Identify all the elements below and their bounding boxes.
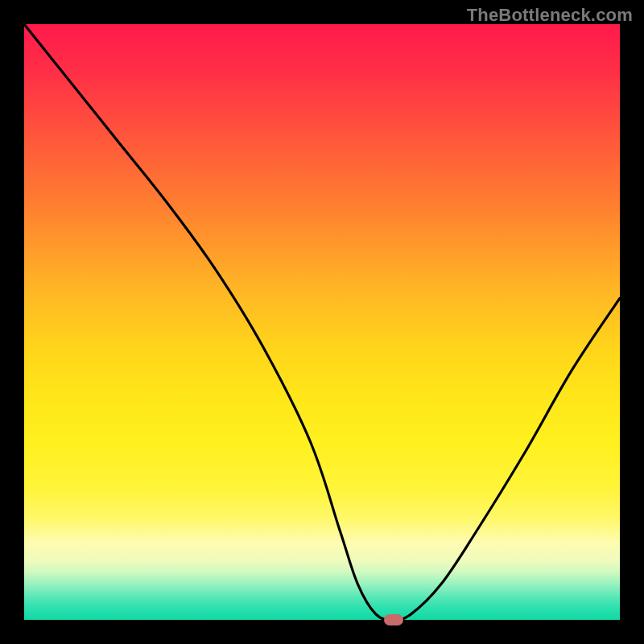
minimum-marker xyxy=(384,614,403,625)
chart-frame: TheBottleneck.com xyxy=(0,0,644,644)
plot-area xyxy=(24,24,620,620)
curve-layer xyxy=(24,24,620,620)
bottleneck-curve-path xyxy=(24,24,620,620)
watermark-text: TheBottleneck.com xyxy=(467,5,633,26)
